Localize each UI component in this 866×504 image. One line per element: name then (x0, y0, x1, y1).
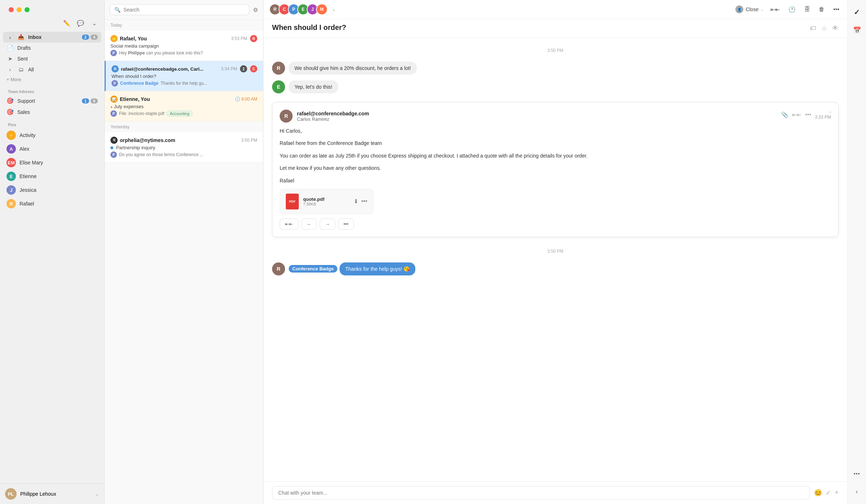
email-reply-all-icon[interactable]: ⇤⇤ (792, 111, 801, 118)
sidebar-item-drafts[interactable]: 📄 Drafts (3, 43, 101, 53)
rs-more-icon[interactable]: ••• (850, 467, 863, 480)
avatar-group: R C P E J M (269, 4, 328, 15)
assign-icon: 👤 (735, 5, 743, 13)
attachment-more-icon[interactable]: ••• (361, 198, 367, 205)
chat-icons: 😊 ✓ + (814, 489, 839, 497)
reply-all-button[interactable]: ⇤⇤ (280, 218, 298, 230)
more-options-icon[interactable]: ••• (831, 4, 841, 15)
clock-icon[interactable]: 🕐 (786, 4, 798, 15)
inbox-icon: 📥 (17, 34, 25, 40)
msg-preview-2: P Conference Badge Thanks for the help g… (111, 80, 257, 87)
sidebar-item-all[interactable]: › 🗂 All (3, 64, 101, 75)
email-main: You can order as late as July 25th if yo… (280, 152, 831, 160)
eye-icon[interactable]: 👁 (832, 25, 839, 32)
email-card: R rafael@conferencebadge.com Carlos Rami… (272, 102, 839, 237)
msg-avatar-4: 𝔑 (110, 137, 118, 144)
drafts-icon: 📄 (6, 45, 14, 51)
chat-input[interactable] (272, 486, 810, 500)
jessica-label: Jessica (19, 187, 36, 193)
archive-icon[interactable]: 🗄 (802, 4, 812, 15)
user-avatar: PL (5, 488, 17, 500)
unread-dot (110, 146, 113, 149)
paperclip-icon[interactable]: 📎 (781, 111, 788, 118)
preview-avatar-2: P (111, 80, 118, 87)
msg-header-1: ⭐ Rafael, You 3:53 PM R (110, 35, 257, 42)
tag-icon[interactable]: 🏷 (810, 25, 816, 32)
star-icon[interactable]: ☆ (821, 25, 827, 32)
msg-right-avatar-2: C (250, 65, 257, 72)
rs-calendar-icon[interactable]: 📅 (850, 24, 863, 37)
compose-icon[interactable]: ✏️ (62, 18, 72, 28)
sidebar-item-activity[interactable]: ⚡ Activity (3, 128, 101, 142)
support-label: Support (17, 98, 78, 104)
message-item-orphelia[interactable]: 𝔑 orphelia@nytimes.com 3:50 PM Partnersh… (105, 132, 263, 163)
sidebar-item-sales[interactable]: 🎯 Sales (3, 106, 101, 118)
bubble-1: We should give him a 20% discount, he or… (289, 62, 417, 75)
chat-icon[interactable]: 💬 (75, 18, 86, 28)
msg-sender-4: 𝔑 orphelia@nytimes.com (110, 137, 175, 144)
preview-avatar-1: P (110, 50, 117, 56)
sales-label: Sales (17, 109, 98, 115)
sidebar-item-alex[interactable]: A Alex (3, 142, 101, 156)
msg-time-row-1: 3:53 PM R (231, 35, 257, 42)
msg-sender-2: R rafael@conferencebadge.com, Carl... (111, 65, 204, 72)
conference-badge-label: Conference Badge (289, 265, 337, 273)
rs-check-icon[interactable]: ✓ (850, 6, 863, 19)
email-time: 3:33 PM (815, 115, 831, 120)
msg-preview-1: P Hey Philippe can you please look into … (110, 50, 257, 56)
msg-time-row-2: 3:34 PM 2 C (221, 65, 257, 72)
support-badge1: 1 (82, 98, 89, 103)
search-icon: 🔍 (114, 7, 121, 13)
chevron-down-icon[interactable]: ⌄ (89, 18, 99, 28)
attachment-name: quote.pdf (303, 196, 349, 202)
more-actions-button[interactable]: ••• (338, 218, 354, 230)
plus-icon[interactable]: + (835, 489, 839, 497)
close-label: Close (745, 6, 758, 12)
sidebar-item-more[interactable]: + More (3, 75, 101, 84)
reply-button[interactable]: ← (301, 218, 317, 230)
attachment-download-icon[interactable]: ⬇ (354, 198, 358, 205)
alex-label: Alex (19, 146, 29, 152)
user-chevron-icon[interactable]: ⌄ (95, 491, 99, 497)
sidebar-item-etienne[interactable]: E Etienne (3, 169, 101, 183)
sales-icon: 🎯 (6, 109, 14, 115)
search-input[interactable] (123, 7, 245, 13)
chevron-group[interactable]: ⌄ (332, 7, 336, 12)
maximize-button[interactable] (25, 7, 30, 12)
inbox-badge-total: 4 (91, 35, 98, 40)
message-item-etienne[interactable]: 📊 Etienne, You 🕗 8:00 AM ● July expenses… (105, 91, 263, 121)
checkmark-icon[interactable]: ✓ (826, 489, 831, 497)
msg-time-1: 3:53 PM (231, 36, 247, 41)
emoji-icon[interactable]: 😊 (814, 489, 822, 497)
search-box[interactable]: 🔍 (110, 4, 249, 15)
msg-avatar-2: R (111, 65, 119, 72)
email-expand-icon: › (830, 110, 831, 115)
chat-input-row: 😊 ✓ + (263, 481, 847, 504)
close-button[interactable] (9, 7, 14, 12)
sidebar-item-rafael[interactable]: R Rafael (3, 197, 101, 211)
message-item-conference[interactable]: R rafael@conferencebadge.com, Carl... 3:… (105, 61, 263, 91)
sent-icon: ➤ (6, 56, 14, 62)
more-label: + More (6, 77, 98, 82)
rs-collapse-icon[interactable]: ‹ (850, 485, 863, 498)
sidebar-item-elise-mary[interactable]: EM Elise Mary (3, 156, 101, 169)
etienne-label: Etienne (19, 173, 36, 179)
message-item-rafael[interactable]: ⭐ Rafael, You 3:53 PM R Social media cam… (105, 31, 263, 61)
email-to: Carlos Ramirez (297, 116, 369, 122)
sidebar-item-sent[interactable]: ➤ Sent (3, 53, 101, 64)
date-separator-today: Today (105, 20, 263, 31)
bubble-avatar-1: R (272, 62, 285, 75)
timestamp-1: 3:50 PM (272, 45, 839, 56)
filter-icon[interactable]: ⚙ (253, 6, 258, 13)
reply-all-icon[interactable]: ⇤⇤ (768, 4, 782, 15)
email-more-icon[interactable]: ••• (805, 111, 811, 118)
sidebar-item-inbox[interactable]: › 📥 Inbox 2 4 (3, 32, 101, 43)
minimize-button[interactable] (17, 7, 22, 12)
delete-icon[interactable]: 🗑 (817, 4, 827, 15)
rafael-label: Rafael (19, 201, 34, 207)
sidebar-item-jessica[interactable]: J Jessica (3, 183, 101, 197)
sidebar-item-support[interactable]: 🎯 Support 1 6 (3, 95, 101, 106)
assign-button[interactable]: 👤 Close ⌄ (735, 5, 764, 13)
msg-subject-1: Social media campaign (110, 43, 257, 49)
forward-button[interactable]: → (320, 218, 335, 230)
